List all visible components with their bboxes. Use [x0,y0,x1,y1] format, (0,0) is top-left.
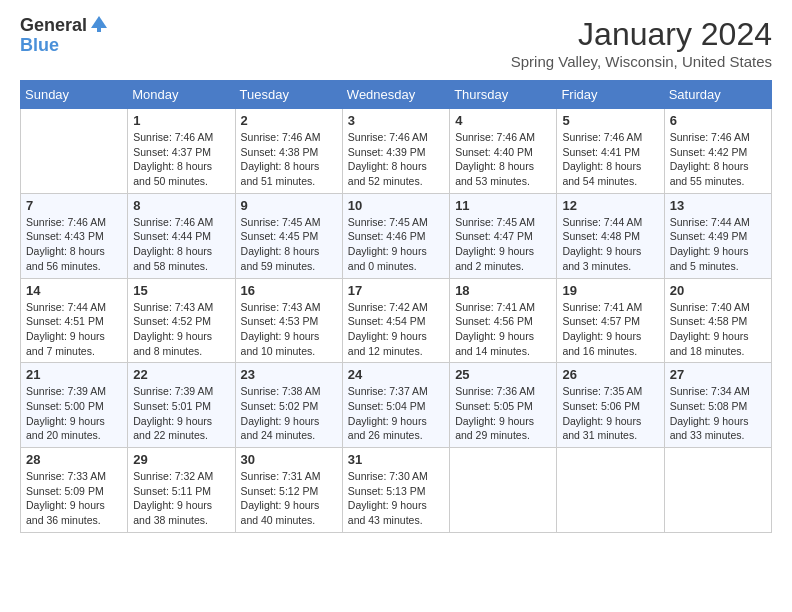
day-number: 24 [348,367,444,382]
calendar-header-row: SundayMondayTuesdayWednesdayThursdayFrid… [21,81,772,109]
calendar-week-row: 1Sunrise: 7:46 AMSunset: 4:37 PMDaylight… [21,109,772,194]
calendar-cell: 4Sunrise: 7:46 AMSunset: 4:40 PMDaylight… [450,109,557,194]
day-number: 10 [348,198,444,213]
day-info: Sunrise: 7:45 AMSunset: 4:46 PMDaylight:… [348,215,444,274]
day-info: Sunrise: 7:32 AMSunset: 5:11 PMDaylight:… [133,469,229,528]
calendar-cell [557,448,664,533]
day-number: 13 [670,198,766,213]
calendar-cell: 20Sunrise: 7:40 AMSunset: 4:58 PMDayligh… [664,278,771,363]
day-info: Sunrise: 7:46 AMSunset: 4:39 PMDaylight:… [348,130,444,189]
logo-blue: Blue [20,35,59,55]
subtitle: Spring Valley, Wisconsin, United States [511,53,772,70]
calendar-week-row: 14Sunrise: 7:44 AMSunset: 4:51 PMDayligh… [21,278,772,363]
calendar-cell: 13Sunrise: 7:44 AMSunset: 4:49 PMDayligh… [664,193,771,278]
day-info: Sunrise: 7:46 AMSunset: 4:40 PMDaylight:… [455,130,551,189]
day-info: Sunrise: 7:36 AMSunset: 5:05 PMDaylight:… [455,384,551,443]
day-info: Sunrise: 7:34 AMSunset: 5:08 PMDaylight:… [670,384,766,443]
day-number: 26 [562,367,658,382]
calendar-cell: 14Sunrise: 7:44 AMSunset: 4:51 PMDayligh… [21,278,128,363]
calendar-cell: 28Sunrise: 7:33 AMSunset: 5:09 PMDayligh… [21,448,128,533]
day-number: 9 [241,198,337,213]
calendar-cell: 11Sunrise: 7:45 AMSunset: 4:47 PMDayligh… [450,193,557,278]
calendar-cell: 25Sunrise: 7:36 AMSunset: 5:05 PMDayligh… [450,363,557,448]
day-info: Sunrise: 7:39 AMSunset: 5:00 PMDaylight:… [26,384,122,443]
day-info: Sunrise: 7:44 AMSunset: 4:49 PMDaylight:… [670,215,766,274]
day-info: Sunrise: 7:46 AMSunset: 4:38 PMDaylight:… [241,130,337,189]
calendar-cell: 7Sunrise: 7:46 AMSunset: 4:43 PMDaylight… [21,193,128,278]
calendar-week-row: 28Sunrise: 7:33 AMSunset: 5:09 PMDayligh… [21,448,772,533]
day-info: Sunrise: 7:46 AMSunset: 4:41 PMDaylight:… [562,130,658,189]
calendar-cell: 16Sunrise: 7:43 AMSunset: 4:53 PMDayligh… [235,278,342,363]
day-number: 20 [670,283,766,298]
calendar-cell: 2Sunrise: 7:46 AMSunset: 4:38 PMDaylight… [235,109,342,194]
day-info: Sunrise: 7:38 AMSunset: 5:02 PMDaylight:… [241,384,337,443]
day-number: 22 [133,367,229,382]
weekday-header-monday: Monday [128,81,235,109]
day-number: 28 [26,452,122,467]
calendar-cell: 6Sunrise: 7:46 AMSunset: 4:42 PMDaylight… [664,109,771,194]
weekday-header-saturday: Saturday [664,81,771,109]
day-number: 30 [241,452,337,467]
calendar-table: SundayMondayTuesdayWednesdayThursdayFrid… [20,80,772,533]
calendar-cell: 15Sunrise: 7:43 AMSunset: 4:52 PMDayligh… [128,278,235,363]
calendar-cell: 8Sunrise: 7:46 AMSunset: 4:44 PMDaylight… [128,193,235,278]
day-number: 12 [562,198,658,213]
logo-general: General [20,16,87,36]
weekday-header-sunday: Sunday [21,81,128,109]
day-number: 1 [133,113,229,128]
day-info: Sunrise: 7:35 AMSunset: 5:06 PMDaylight:… [562,384,658,443]
day-number: 29 [133,452,229,467]
day-number: 18 [455,283,551,298]
calendar-cell: 10Sunrise: 7:45 AMSunset: 4:46 PMDayligh… [342,193,449,278]
day-info: Sunrise: 7:42 AMSunset: 4:54 PMDaylight:… [348,300,444,359]
day-number: 6 [670,113,766,128]
day-info: Sunrise: 7:40 AMSunset: 4:58 PMDaylight:… [670,300,766,359]
day-number: 23 [241,367,337,382]
calendar-cell: 23Sunrise: 7:38 AMSunset: 5:02 PMDayligh… [235,363,342,448]
calendar-cell: 17Sunrise: 7:42 AMSunset: 4:54 PMDayligh… [342,278,449,363]
calendar-cell: 18Sunrise: 7:41 AMSunset: 4:56 PMDayligh… [450,278,557,363]
day-number: 14 [26,283,122,298]
day-number: 21 [26,367,122,382]
day-info: Sunrise: 7:46 AMSunset: 4:44 PMDaylight:… [133,215,229,274]
calendar-cell: 29Sunrise: 7:32 AMSunset: 5:11 PMDayligh… [128,448,235,533]
day-info: Sunrise: 7:44 AMSunset: 4:48 PMDaylight:… [562,215,658,274]
calendar-cell: 12Sunrise: 7:44 AMSunset: 4:48 PMDayligh… [557,193,664,278]
calendar-cell: 26Sunrise: 7:35 AMSunset: 5:06 PMDayligh… [557,363,664,448]
calendar-cell: 27Sunrise: 7:34 AMSunset: 5:08 PMDayligh… [664,363,771,448]
day-info: Sunrise: 7:44 AMSunset: 4:51 PMDaylight:… [26,300,122,359]
day-info: Sunrise: 7:46 AMSunset: 4:37 PMDaylight:… [133,130,229,189]
calendar-cell: 1Sunrise: 7:46 AMSunset: 4:37 PMDaylight… [128,109,235,194]
day-number: 3 [348,113,444,128]
day-number: 7 [26,198,122,213]
day-number: 11 [455,198,551,213]
main-title: January 2024 [511,16,772,53]
day-number: 31 [348,452,444,467]
logo: General Blue [20,16,109,56]
weekday-header-thursday: Thursday [450,81,557,109]
calendar-cell: 3Sunrise: 7:46 AMSunset: 4:39 PMDaylight… [342,109,449,194]
day-info: Sunrise: 7:41 AMSunset: 4:56 PMDaylight:… [455,300,551,359]
day-number: 2 [241,113,337,128]
day-info: Sunrise: 7:30 AMSunset: 5:13 PMDaylight:… [348,469,444,528]
day-number: 16 [241,283,337,298]
calendar-cell [450,448,557,533]
calendar-cell: 9Sunrise: 7:45 AMSunset: 4:45 PMDaylight… [235,193,342,278]
calendar-cell [21,109,128,194]
day-number: 17 [348,283,444,298]
calendar-week-row: 7Sunrise: 7:46 AMSunset: 4:43 PMDaylight… [21,193,772,278]
logo-icon [89,14,109,34]
day-number: 27 [670,367,766,382]
calendar-cell: 21Sunrise: 7:39 AMSunset: 5:00 PMDayligh… [21,363,128,448]
day-info: Sunrise: 7:45 AMSunset: 4:47 PMDaylight:… [455,215,551,274]
day-number: 25 [455,367,551,382]
svg-rect-1 [97,28,101,32]
svg-marker-0 [91,16,107,28]
day-info: Sunrise: 7:39 AMSunset: 5:01 PMDaylight:… [133,384,229,443]
day-info: Sunrise: 7:43 AMSunset: 4:53 PMDaylight:… [241,300,337,359]
calendar-cell: 19Sunrise: 7:41 AMSunset: 4:57 PMDayligh… [557,278,664,363]
calendar-cell: 30Sunrise: 7:31 AMSunset: 5:12 PMDayligh… [235,448,342,533]
calendar-cell: 31Sunrise: 7:30 AMSunset: 5:13 PMDayligh… [342,448,449,533]
day-info: Sunrise: 7:45 AMSunset: 4:45 PMDaylight:… [241,215,337,274]
day-number: 4 [455,113,551,128]
